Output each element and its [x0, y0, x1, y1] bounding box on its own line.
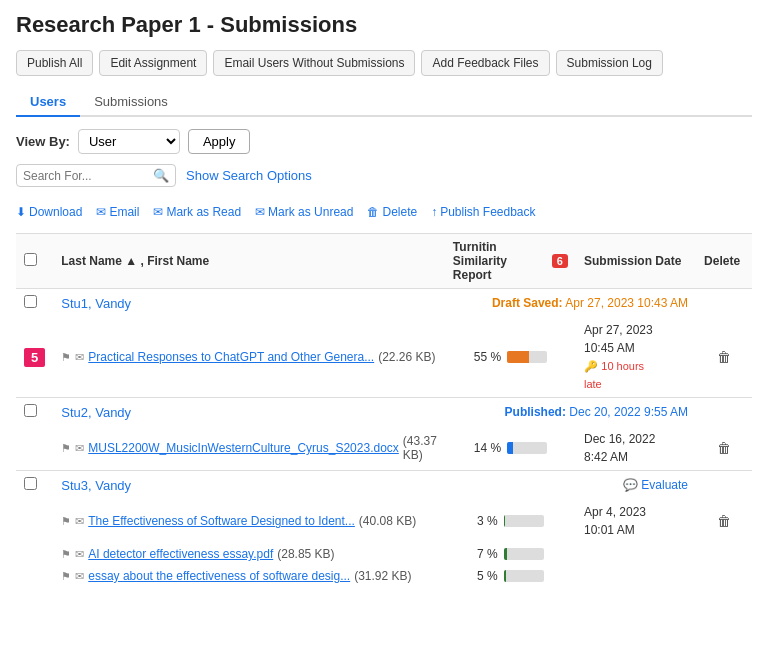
col-header-delete: Delete	[696, 234, 752, 289]
file-size: (28.85 KB)	[277, 547, 334, 561]
flag-icon: ⚑	[61, 442, 71, 455]
publish-feedback-action[interactable]: ↑ Publish Feedback	[431, 205, 535, 219]
tab-submissions[interactable]: Submissions	[80, 88, 182, 117]
search-row: 🔍 Show Search Options	[16, 164, 752, 187]
flag-icon: ⚑	[61, 570, 71, 583]
similarity-bar-fill	[504, 548, 507, 560]
similarity-percent[interactable]: 55 %	[474, 350, 501, 364]
turnitin-badge: 6	[552, 254, 568, 268]
flag-icon: ⚑	[61, 351, 71, 364]
flag-icon: ⚑	[61, 515, 71, 528]
submission-row: ⚑✉The Effectiveness of Software Designed…	[16, 499, 752, 543]
delete-action[interactable]: 🗑 Delete	[367, 205, 417, 219]
similarity-bar-container	[507, 442, 547, 454]
tabs-container: Users Submissions	[16, 88, 752, 117]
submission-date: Dec 16, 20228:42 AM	[576, 426, 696, 471]
similarity-percent[interactable]: 14 %	[474, 441, 501, 455]
action-bar: ⬇ Download ✉ Email ✉ Mark as Read ✉ Mark…	[16, 201, 752, 223]
delete-submission-button[interactable]: 🗑	[717, 440, 731, 456]
file-email-icon: ✉	[75, 442, 84, 455]
delete-submission-button[interactable]: 🗑	[717, 349, 731, 365]
similarity-bar-fill	[504, 515, 505, 527]
similarity-percent[interactable]: 5 %	[477, 569, 498, 583]
similarity-bar-fill	[504, 570, 506, 582]
view-by-row: View By: User Submission Group Apply	[16, 129, 752, 154]
mark-unread-icon: ✉	[255, 205, 265, 219]
student-delete-placeholder	[696, 471, 752, 500]
download-label: Download	[29, 205, 82, 219]
submission-file-link[interactable]: Practical Responses to ChatGPT and Other…	[88, 350, 374, 364]
email-action[interactable]: ✉ Email	[96, 205, 139, 219]
submission-file-link[interactable]: The Effectiveness of Software Designed t…	[88, 514, 355, 528]
student-row: Stu3, Vandy💬 Evaluate	[16, 471, 752, 500]
add-feedback-button[interactable]: Add Feedback Files	[421, 50, 549, 76]
turnitin-label: Turnitin Similarity Report	[453, 240, 548, 282]
tab-users[interactable]: Users	[16, 88, 80, 117]
delete-label: Delete	[382, 205, 417, 219]
submission-row: ⚑✉MUSL2200W_MusicInWesternCulture_Cyrus_…	[16, 426, 752, 471]
evaluate-link-stu3[interactable]: 💬 Evaluate	[623, 478, 688, 492]
similarity-percent[interactable]: 3 %	[477, 514, 498, 528]
col-header-checkbox	[16, 234, 53, 289]
mark-read-action[interactable]: ✉ Mark as Read	[153, 205, 241, 219]
student-row: Stu2, VandyPublished: Dec 20, 2022 9:55 …	[16, 398, 752, 427]
publish-feedback-label: Publish Feedback	[440, 205, 535, 219]
submission-log-button[interactable]: Submission Log	[556, 50, 663, 76]
mark-read-icon: ✉	[153, 205, 163, 219]
mark-read-label: Mark as Read	[166, 205, 241, 219]
submission-date: Apr 27, 202310:45 AM🔑 10 hourslate	[576, 317, 696, 398]
submission-file-link[interactable]: essay about the effectiveness of softwar…	[88, 569, 350, 583]
student-status-stu2: Published: Dec 20, 2022 9:55 AM	[505, 405, 688, 419]
mark-unread-label: Mark as Unread	[268, 205, 353, 219]
search-icon: 🔍	[153, 168, 169, 183]
search-input[interactable]	[23, 169, 153, 183]
submission-row: ⚑✉essay about the effectiveness of softw…	[16, 565, 752, 587]
file-size: (31.92 KB)	[354, 569, 411, 583]
student-checkbox-stu2[interactable]	[24, 404, 37, 417]
file-email-icon: ✉	[75, 351, 84, 364]
key-icon: 🔑	[584, 360, 598, 372]
student-row: Stu1, VandyDraft Saved: Apr 27, 2023 10:…	[16, 289, 752, 318]
delete-icon: 🗑	[367, 205, 379, 219]
similarity-percent[interactable]: 7 %	[477, 547, 498, 561]
submission-file-link[interactable]: MUSL2200W_MusicInWesternCulture_Cyrus_S2…	[88, 441, 399, 455]
student-checkbox-stu1[interactable]	[24, 295, 37, 308]
submission-date: Apr 4, 202310:01 AM	[576, 499, 696, 543]
mark-unread-action[interactable]: ✉ Mark as Unread	[255, 205, 353, 219]
email-icon: ✉	[96, 205, 106, 219]
similarity-bar: 14 %	[453, 441, 568, 455]
submission-row: ⚑✉AI detector effectiveness essay.pdf (2…	[16, 543, 752, 565]
file-email-icon: ✉	[75, 548, 84, 561]
similarity-bar: 3 %	[453, 514, 568, 528]
edit-assignment-button[interactable]: Edit Assignment	[99, 50, 207, 76]
flag-icon: ⚑	[61, 548, 71, 561]
file-size: (22.26 KB)	[378, 350, 435, 364]
student-name-stu2[interactable]: Stu2, Vandy	[61, 405, 131, 420]
search-box: 🔍	[16, 164, 176, 187]
student-name-stu1[interactable]: Stu1, Vandy	[61, 296, 131, 311]
apply-button[interactable]: Apply	[188, 129, 251, 154]
submission-file-link[interactable]: AI detector effectiveness essay.pdf	[88, 547, 273, 561]
student-delete-placeholder	[696, 398, 752, 427]
student-checkbox-stu3[interactable]	[24, 477, 37, 490]
submission-date	[576, 543, 696, 565]
select-all-checkbox[interactable]	[24, 253, 37, 266]
similarity-bar: 7 %	[453, 547, 568, 561]
similarity-bar: 5 %	[453, 569, 568, 583]
col-header-date: Submission Date	[576, 234, 696, 289]
annotation-5-badge: 5	[24, 348, 45, 367]
download-action[interactable]: ⬇ Download	[16, 205, 82, 219]
submissions-table: Last Name ▲ , First Name Turnitin Simila…	[16, 233, 752, 587]
student-name-stu3[interactable]: Stu3, Vandy	[61, 478, 131, 493]
similarity-bar-fill	[507, 351, 529, 363]
delete-submission-button[interactable]: 🗑	[717, 513, 731, 529]
similarity-bar-container	[504, 548, 544, 560]
submission-row: 5⚑✉Practical Responses to ChatGPT and Ot…	[16, 317, 752, 398]
view-by-select[interactable]: User Submission Group	[78, 129, 180, 154]
show-search-options-link[interactable]: Show Search Options	[186, 168, 312, 183]
publish-all-button[interactable]: Publish All	[16, 50, 93, 76]
file-size: (43.37 KB)	[403, 434, 437, 462]
email-label: Email	[109, 205, 139, 219]
email-users-button[interactable]: Email Users Without Submissions	[213, 50, 415, 76]
download-icon: ⬇	[16, 205, 26, 219]
